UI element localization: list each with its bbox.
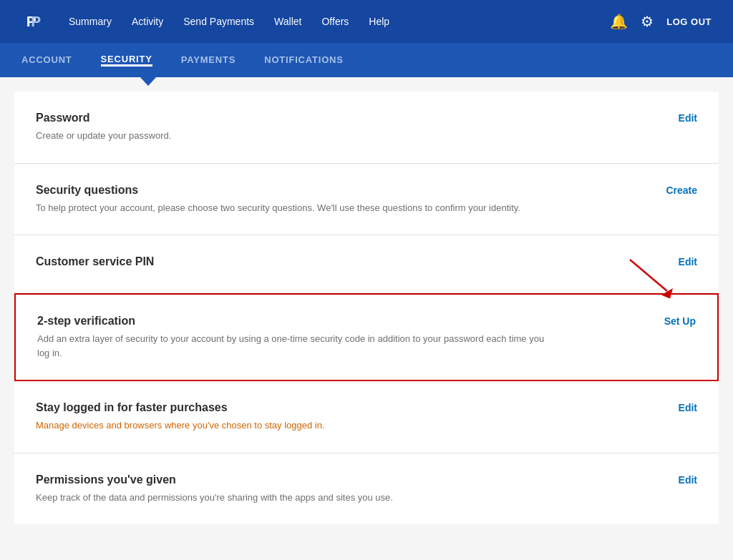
two-step-section: 2-step verification Add an extra layer o… [14, 293, 719, 381]
stay-logged-in-desc: Manage devices and browsers where you've… [36, 418, 551, 433]
two-step-title: 2-step verification [37, 315, 639, 328]
nav-wallet[interactable]: Wallet [274, 16, 301, 27]
gear-icon[interactable]: ⚙ [641, 13, 654, 30]
svg-line-3 [630, 260, 667, 291]
nav-summary[interactable]: Summary [69, 16, 112, 27]
tab-security[interactable]: SECURITY [101, 54, 152, 67]
two-step-action: Set Up [653, 315, 696, 328]
permissions-section: Permissions you've given Keep track of t… [14, 453, 719, 525]
password-desc: Create or update your password. [36, 129, 551, 143]
stay-logged-in-title: Stay logged in for faster purchases [36, 401, 640, 414]
permissions-action: Edit [654, 473, 697, 486]
tab-payments[interactable]: PAYMENTS [181, 54, 236, 67]
nav-links: Summary Activity Send Payments Wallet Of… [69, 16, 610, 27]
customer-pin-text: Customer service PIN [36, 255, 654, 272]
main-content: Password Create or update your password.… [14, 92, 719, 524]
stay-logged-in-text: Stay logged in for faster purchases Mana… [36, 401, 654, 433]
tab-notifications[interactable]: NOTIFICATIONS [264, 54, 344, 67]
security-questions-text: Security questions To help protect your … [36, 184, 654, 215]
password-title: Password [36, 112, 640, 124]
svg-marker-4 [661, 288, 673, 298]
nav-activity[interactable]: Activity [132, 16, 163, 27]
permissions-desc: Keep track of the data and permissions y… [36, 491, 551, 505]
password-section: Password Create or update your password.… [14, 92, 719, 164]
two-step-text: 2-step verification Add an extra layer o… [37, 315, 653, 360]
nav-offers[interactable]: Offers [321, 16, 349, 27]
stay-logged-in-action: Edit [654, 401, 697, 414]
two-step-desc: Add an extra layer of security to your a… [37, 332, 553, 360]
password-text: Password Create or update your password. [36, 112, 654, 143]
tab-account[interactable]: ACCOUNT [21, 54, 72, 67]
svg-text:P: P [31, 13, 41, 29]
stay-logged-in-edit-link[interactable]: Edit [679, 402, 697, 413]
paypal-logo-icon: P P [21, 9, 47, 34]
security-questions-title: Security questions [36, 184, 640, 197]
red-arrow-annotation [624, 252, 681, 302]
permissions-edit-link[interactable]: Edit [679, 474, 697, 486]
nav-send-payments[interactable]: Send Payments [183, 16, 254, 27]
password-action: Edit [654, 112, 697, 124]
security-questions-create-link[interactable]: Create [666, 185, 697, 196]
bell-icon[interactable]: 🔔 [610, 13, 628, 30]
sub-nav-indicator [140, 77, 157, 86]
permissions-title: Permissions you've given [36, 473, 640, 486]
nav-help[interactable]: Help [369, 16, 389, 27]
security-questions-section: Security questions To help protect your … [14, 164, 719, 236]
stay-logged-in-section: Stay logged in for faster purchases Mana… [14, 381, 719, 453]
customer-pin-section: Customer service PIN Edit [14, 235, 719, 293]
customer-pin-title: Customer service PIN [36, 255, 640, 268]
nav-right: 🔔 ⚙ LOG OUT [610, 13, 712, 30]
two-step-setup-link[interactable]: Set Up [664, 315, 696, 327]
sub-nav: ACCOUNT SECURITY PAYMENTS NOTIFICATIONS [0, 43, 733, 77]
security-questions-desc: To help protect your account, please cho… [36, 201, 551, 215]
logout-button[interactable]: LOG OUT [666, 16, 712, 27]
password-edit-link[interactable]: Edit [679, 112, 697, 124]
security-questions-action: Create [654, 184, 697, 197]
top-nav: P P Summary Activity Send Payments Walle… [0, 0, 733, 43]
permissions-text: Permissions you've given Keep track of t… [36, 473, 654, 505]
